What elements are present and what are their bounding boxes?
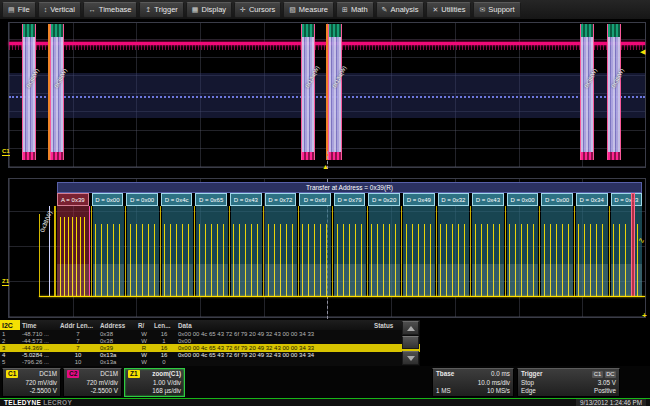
tbase-rate: 10 MS/s [487,387,510,395]
cell-address: 0x13a [98,359,136,365]
col-header-address[interactable]: Address [98,322,136,329]
brand-secondary: LECROY [43,399,72,406]
c1-zoom-pulses [475,224,502,296]
menu-support[interactable]: ✉Support [473,2,520,18]
file-icon: ▤ [8,6,15,13]
up-arrow-icon [407,326,415,331]
scroll-down-button[interactable] [402,351,419,365]
decode-byte-box: D = 0x6f [299,193,331,206]
trigger-level-marker-icon[interactable]: ◀ [640,48,645,55]
clock-edge-line [54,206,55,297]
z1-descriptor-box[interactable]: Z1zoom(C1) 1.00 V/div 168 µs/div [124,368,185,397]
table-row[interactable]: 2 -44.573 ... 7 0x38 W 1 0x00 [0,337,420,344]
cell-rw: W [136,359,152,365]
menu-analysis[interactable]: ✎Analysis [376,2,425,18]
menu-measure[interactable]: ▧Measure [283,2,334,18]
cell-address: 0x38 [98,331,136,337]
cell-address: 0x39 [98,345,136,351]
menu-math-label: Math [351,5,368,14]
c1-descriptor-box[interactable]: C1DC1M 720 mV/div -2.5500 V [2,368,61,397]
menu-measure-label: Measure [299,5,328,14]
previous-transfer-label: 0x38(W) [39,210,53,233]
z1-source: zoom(C1) [152,370,181,378]
c2-descriptor-box[interactable]: C2DC1M 720 mV/div -2.5500 V [63,368,122,397]
cell-data: 0x00 00 4c 65 43 72 6f 79 20 49 32 43 00… [176,331,372,337]
decode-byte-box: D = 0x49 [403,193,435,206]
tbase-label: Tbase [436,370,454,378]
timestamp: 9/13/2012 1:24:46 PM [580,399,642,406]
col-header-rw[interactable]: R/ [136,322,152,329]
c1-coupling: DC1M [39,370,57,378]
c1-scale: 720 mV/div [26,379,58,387]
timebase-descriptor-box[interactable]: Tbase0.0 ms 10.0 ms/div 1 MS10 MS/s [432,368,514,397]
c1-position-marker[interactable]: C1 [2,148,10,156]
decode-byte-row: A = 0x39 D = 0x00 D = 0x00 D = 0x4c D = … [57,193,642,206]
trigger-position-marker-icon[interactable]: ▲ [322,163,329,170]
cell-rw: R [136,345,152,351]
menu-utilities[interactable]: ✕Utilities [426,2,471,18]
menu-bar: ▤File ↕Vertical ↔Timebase ↥Trigger ▦Disp… [0,0,650,20]
trigger-slope: Positive [594,387,616,395]
menu-timebase-label: Timebase [99,5,132,14]
decode-byte-box: D = 0x20 [368,193,400,206]
cell-data: 0x00 00 4c 65 43 72 6f 79 20 49 32 43 00… [176,345,372,351]
scroll-thumb[interactable] [402,336,419,349]
trigger-descriptor-box[interactable]: Trigger C1 DC Stop3.05 V EdgePositive [517,368,620,397]
burst-cap-bottom [51,152,63,160]
cell-addr-len: 7 [58,331,98,337]
col-header-addr-len[interactable]: Addr Len... [58,322,98,329]
c2-badge: C2 [67,370,79,378]
cell-index: 1 [0,331,20,337]
burst-cap-top [302,24,314,37]
main-waveform-grid: 0x38(W) 0x38(W) 0x13a(W) [8,22,646,168]
col-header-time[interactable]: Time [20,322,58,329]
cell-addr-len: 10 [58,359,98,365]
menu-trigger[interactable]: ↥Trigger [139,2,183,18]
col-header-len[interactable]: Len... [152,322,176,329]
menu-display-label: Display [201,5,226,14]
table-row[interactable]: 4 -5.0284 ... 10 0x13a W 16 0x00 00 4c 6… [0,352,420,359]
cursors-icon: ✛ [240,6,246,13]
burst-cap-bottom [608,152,620,160]
menu-timebase[interactable]: ↔Timebase [83,2,138,18]
col-header-data[interactable]: Data [176,322,372,329]
c1-zoom-pulses [406,224,433,296]
cell-addr-len: 7 [58,345,98,351]
display-icon: ▦ [192,6,199,13]
c2-offset: -2.5500 V [91,387,118,395]
decode-byte-region [576,206,608,297]
decode-byte-box: D = 0x00 [126,193,158,206]
decode-byte-region [369,206,401,297]
table-row[interactable]: 5 -796.26 ... 10 0x13a W 0 [0,359,420,366]
decode-byte-region [265,206,297,297]
c1-zoom-pulses [302,224,329,296]
c1-zoom-pulses [130,224,157,296]
menu-display[interactable]: ▦Display [186,2,232,18]
menu-vertical-label: Vertical [50,5,75,14]
menu-vertical[interactable]: ↕Vertical [38,2,81,18]
descriptor-strip: C1DC1M 720 mV/div -2.5500 V C2DC1M 720 m… [0,366,650,398]
c1-zoom-pulses [60,217,87,296]
burst-cap-bottom [581,152,593,160]
c1-zoom-pulses [578,224,605,296]
menu-file-label: File [18,5,30,14]
table-row[interactable]: 1 -48.710 ... 7 0x38 W 16 0x00 00 4c 65 … [0,330,420,337]
decode-byte-region [507,206,539,297]
bus-badge[interactable]: I2C [0,320,20,330]
cell-addr-len: 10 [58,352,98,358]
z1-position-marker[interactable]: Z1 [2,278,9,286]
menu-math[interactable]: ⊞Math [336,2,374,18]
cell-len: 16 [152,352,176,358]
cell-rw: W [136,352,152,358]
menu-file[interactable]: ▤File [2,2,36,18]
col-header-status[interactable]: Status [372,322,402,329]
c1-zoom-pulses [233,224,260,296]
grid-corner-handle-icon[interactable]: + [642,312,647,320]
analysis-icon: ✎ [382,6,388,13]
decode-byte-box: D = 0x4c [161,193,193,206]
scroll-up-button[interactable] [402,321,419,335]
menu-cursors[interactable]: ✛Cursors [234,2,281,18]
c1-offset: -2.5500 V [30,387,57,395]
menu-cursors-label: Cursors [249,5,275,14]
table-row[interactable]: 3 -44.369 ... 7 0x39 R 16 0x00 00 4c 65 … [0,344,420,351]
